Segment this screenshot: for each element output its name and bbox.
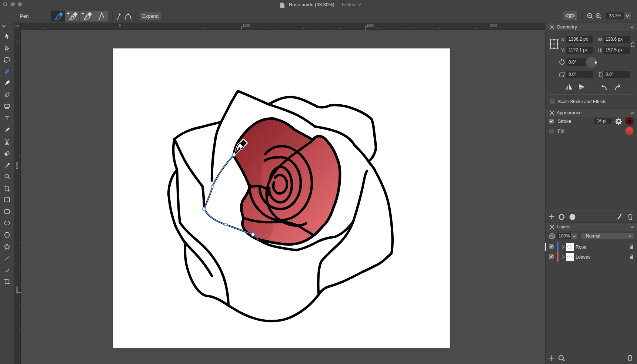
svg-text:T: T bbox=[5, 115, 9, 121]
